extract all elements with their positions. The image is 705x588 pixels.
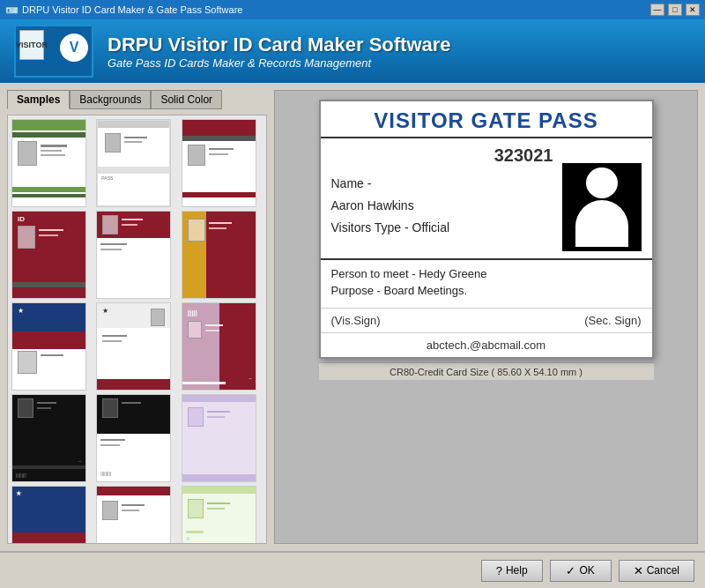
card-email: abctech.@abcmail.com bbox=[321, 333, 652, 357]
header-subtitle: Gate Pass ID Cards Maker & Records Manag… bbox=[108, 56, 451, 70]
card-visitors-type: Visitors Type - Official bbox=[331, 219, 553, 237]
card-text: 323021 Name - Aaron Hawkins Visitors Typ… bbox=[331, 145, 553, 251]
template-grid: PASS ID bbox=[8, 115, 266, 544]
tab-solid-color[interactable]: Solid Color bbox=[151, 90, 222, 109]
template-item[interactable] bbox=[182, 394, 256, 482]
person-head bbox=[586, 167, 618, 198]
template-item[interactable] bbox=[182, 211, 256, 299]
ok-button[interactable]: ✓ OK bbox=[550, 560, 612, 582]
titlebar: 🪪 DRPU Visitor ID Card Maker & Gate Pass… bbox=[0, 0, 705, 19]
person-body bbox=[575, 200, 628, 247]
template-item[interactable] bbox=[11, 119, 86, 207]
titlebar-left: 🪪 DRPU Visitor ID Card Maker & Gate Pass… bbox=[5, 4, 242, 16]
logo-v-icon: V bbox=[60, 33, 88, 62]
card-name-value: Aaron Hawkins bbox=[331, 197, 553, 215]
card-purpose: Purpose - Board Meetings. bbox=[331, 284, 642, 297]
template-preview bbox=[182, 212, 256, 298]
card-title: VISITOR GATE PASS bbox=[321, 101, 652, 138]
template-item[interactable]: ||||| ~ bbox=[182, 302, 256, 391]
template-preview: ||||| ~ bbox=[182, 303, 256, 390]
template-item[interactable]: ★ bbox=[11, 302, 86, 391]
template-item[interactable] bbox=[96, 486, 171, 544]
left-panel: Samples Backgrounds Solid Color bbox=[7, 90, 267, 544]
header-title: DRPU Visitor ID Card Maker Software bbox=[108, 33, 451, 56]
help-icon: ? bbox=[496, 564, 502, 577]
template-preview: ||||||||| bbox=[97, 395, 170, 481]
help-label: Help bbox=[506, 564, 528, 577]
help-button[interactable]: ? Help bbox=[481, 560, 543, 582]
ok-icon: ✓ bbox=[566, 564, 575, 577]
minimize-button[interactable]: — bbox=[650, 4, 664, 16]
ok-label: OK bbox=[579, 564, 594, 577]
statusbar: CR80-Credit Card Size ( 85.60 X 54.10 mm… bbox=[319, 362, 654, 380]
titlebar-title: DRPU Visitor ID Card Maker & Gate Pass S… bbox=[22, 4, 242, 15]
right-panel: VISITOR GATE PASS 323021 Name - Aaron Ha… bbox=[274, 90, 698, 544]
statusbar-text: CR80-Credit Card Size ( 85.60 X 54.10 mm… bbox=[390, 367, 583, 377]
cancel-button[interactable]: ✕ Cancel bbox=[619, 560, 694, 582]
template-preview: ★ bbox=[12, 303, 85, 390]
person-silhouette bbox=[571, 167, 633, 247]
template-preview bbox=[97, 212, 170, 298]
card-name-label: Name - bbox=[331, 175, 553, 193]
template-preview bbox=[97, 487, 170, 544]
template-preview bbox=[182, 120, 256, 206]
template-item[interactable]: ★ ||||||||| ~ bbox=[11, 486, 86, 544]
card-preview: VISITOR GATE PASS 323021 Name - Aaron Ha… bbox=[319, 100, 654, 359]
cancel-icon: ✕ bbox=[634, 564, 643, 577]
template-preview: PASS bbox=[97, 120, 170, 206]
template-preview bbox=[12, 120, 85, 206]
template-item[interactable]: ID bbox=[11, 211, 86, 299]
template-item[interactable]: ★ bbox=[96, 302, 171, 391]
template-item[interactable]: PASS bbox=[96, 119, 171, 207]
template-preview: ||||||||| ~ bbox=[12, 395, 85, 481]
bottombar: ? Help ✓ OK ✕ Cancel bbox=[0, 551, 705, 588]
header-banner: VISITOR V DRPU Visitor ID Card Maker Sof… bbox=[0, 19, 705, 83]
main-content: Samples Backgrounds Solid Color bbox=[0, 83, 705, 551]
template-preview bbox=[182, 395, 256, 481]
template-preview: ID bbox=[12, 212, 85, 298]
titlebar-controls: — □ ✕ bbox=[650, 4, 700, 16]
card-photo bbox=[562, 163, 642, 251]
app-icon: 🪪 bbox=[5, 4, 19, 16]
tab-samples[interactable]: Samples bbox=[7, 90, 70, 109]
template-preview: ☉ bbox=[182, 487, 256, 544]
cancel-label: Cancel bbox=[647, 564, 679, 577]
template-item[interactable] bbox=[96, 211, 171, 299]
logo-badge-icon: VISITOR bbox=[19, 30, 44, 60]
card-info-section: Person to meet - Hedy Greene Purpose - B… bbox=[321, 258, 652, 308]
vis-sign: (Vis.Sign) bbox=[331, 314, 381, 327]
template-item[interactable]: ☉ bbox=[182, 486, 256, 544]
template-item[interactable]: ||||||||| bbox=[96, 394, 171, 482]
header-logo: VISITOR V bbox=[14, 25, 93, 78]
template-preview: ★ bbox=[97, 303, 170, 390]
template-preview: ★ ||||||||| ~ bbox=[12, 487, 85, 544]
card-body: 323021 Name - Aaron Hawkins Visitors Typ… bbox=[321, 138, 652, 258]
template-item[interactable]: ||||||||| ~ bbox=[11, 394, 86, 482]
sec-sign: (Sec. Sign) bbox=[584, 314, 641, 327]
tabs-container: Samples Backgrounds Solid Color bbox=[7, 90, 267, 109]
template-item[interactable] bbox=[182, 119, 256, 207]
maximize-button[interactable]: □ bbox=[668, 4, 682, 16]
card-person-to-meet: Person to meet - Hedy Greene bbox=[331, 267, 642, 280]
close-button[interactable]: ✕ bbox=[686, 4, 700, 16]
header-text: DRPU Visitor ID Card Maker Software Gate… bbox=[108, 33, 451, 70]
template-area[interactable]: PASS ID bbox=[7, 115, 267, 544]
card-id-number: 323021 bbox=[331, 145, 553, 169]
tab-backgrounds[interactable]: Backgrounds bbox=[70, 90, 151, 109]
card-signatures: (Vis.Sign) (Sec. Sign) bbox=[321, 308, 652, 333]
